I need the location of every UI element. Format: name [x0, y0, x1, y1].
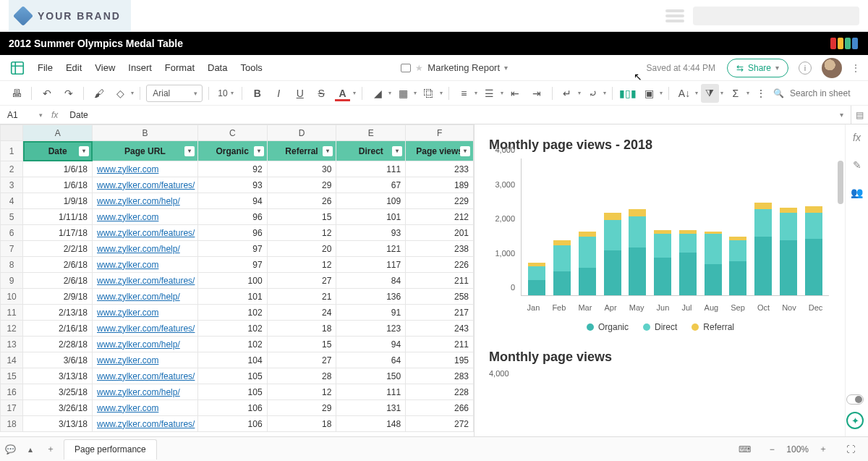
- table-row[interactable]: 163/25/18www.zylker.com/help/10512111228: [1, 384, 474, 400]
- url-link[interactable]: www.zylker.com/features/: [97, 323, 195, 334]
- cell-organic[interactable]: 100: [197, 273, 267, 289]
- header-cell-organic[interactable]: Organic▾: [197, 141, 267, 161]
- row-number[interactable]: 3: [1, 177, 23, 193]
- table-row[interactable]: 51/11/18www.zylker.com9615101212: [1, 209, 474, 225]
- url-link[interactable]: www.zylker.com/help/: [97, 196, 180, 206]
- cell-date[interactable]: 2/2/18: [23, 241, 93, 257]
- col-header[interactable]: F: [406, 125, 474, 141]
- sort-icon[interactable]: A↓: [675, 84, 693, 103]
- cell-organic[interactable]: 102: [197, 305, 267, 321]
- cell-referral[interactable]: 29: [267, 177, 336, 193]
- cell-direct[interactable]: 101: [336, 209, 406, 225]
- table-row[interactable]: 31/6/18www.zylker.com/features/932967189: [1, 177, 474, 193]
- cell-views[interactable]: 211: [406, 273, 474, 289]
- cell-views[interactable]: 272: [406, 416, 474, 432]
- cell-direct[interactable]: 131: [336, 400, 406, 416]
- comments-icon[interactable]: ✎: [850, 158, 864, 172]
- cell-views[interactable]: 266: [406, 400, 474, 416]
- cell-referral[interactable]: 24: [267, 305, 336, 321]
- cell-referral[interactable]: 12: [267, 257, 336, 273]
- name-box[interactable]: A1: [0, 110, 35, 120]
- undo-icon[interactable]: ↶: [38, 84, 56, 103]
- cell-referral[interactable]: 21: [267, 289, 336, 305]
- filter-caret-icon[interactable]: ▾: [184, 146, 195, 156]
- cell-organic[interactable]: 102: [197, 337, 267, 352]
- fx-panel-icon[interactable]: fx: [850, 130, 864, 145]
- cell-referral[interactable]: 18: [267, 321, 336, 337]
- more-icon[interactable]: ⋮: [851, 62, 861, 74]
- row-number[interactable]: 8: [1, 257, 23, 273]
- zoom-out-button[interactable]: −: [762, 439, 782, 460]
- row-number[interactable]: 17: [1, 400, 23, 416]
- url-link[interactable]: www.zylker.com: [97, 260, 158, 270]
- col-header[interactable]: B: [93, 125, 198, 141]
- cell-referral[interactable]: 28: [267, 368, 336, 384]
- filter-caret-icon[interactable]: ▾: [254, 146, 264, 156]
- url-link[interactable]: www.zylker.com/features/: [97, 228, 195, 238]
- merge-button[interactable]: ⿻: [420, 84, 438, 103]
- cell-url[interactable]: www.zylker.com: [93, 352, 198, 368]
- menu-edit[interactable]: Edit: [66, 62, 82, 73]
- sheet-tab[interactable]: Page performance: [64, 439, 157, 460]
- table-row[interactable]: 132/28/18www.zylker.com/help/1021594211: [1, 337, 474, 352]
- cell-direct[interactable]: 111: [336, 161, 406, 177]
- cell-date[interactable]: 2/28/18: [23, 337, 93, 352]
- cell-date[interactable]: 2/6/18: [23, 273, 93, 289]
- row-number[interactable]: 4: [1, 193, 23, 209]
- cell-referral[interactable]: 27: [267, 352, 336, 368]
- cell-date[interactable]: 2/13/18: [23, 305, 93, 321]
- cell-organic[interactable]: 94: [197, 193, 267, 209]
- cell-direct[interactable]: 150: [336, 368, 406, 384]
- url-link[interactable]: www.zylker.com/help/: [97, 339, 180, 350]
- filter-caret-icon[interactable]: ▾: [460, 146, 470, 156]
- cell-organic[interactable]: 93: [197, 177, 267, 193]
- add-sheet-button[interactable]: ＋: [41, 439, 61, 460]
- cell-referral[interactable]: 26: [267, 193, 336, 209]
- cell-organic[interactable]: 96: [197, 225, 267, 241]
- cell-views[interactable]: 283: [406, 368, 474, 384]
- cell-organic[interactable]: 97: [197, 241, 267, 257]
- url-link[interactable]: www.zylker.com/features/: [97, 371, 195, 381]
- header-cell-views[interactable]: Page views▾: [406, 141, 474, 161]
- cell-date[interactable]: 2/9/18: [23, 289, 93, 305]
- search-input[interactable]: [788, 88, 861, 99]
- url-link[interactable]: www.zylker.com/features/: [97, 180, 195, 190]
- print-icon[interactable]: 🖶: [7, 84, 25, 103]
- image-icon[interactable]: ▣: [640, 84, 658, 103]
- cell-direct[interactable]: 136: [336, 289, 406, 305]
- clear-format-icon[interactable]: ◇: [111, 84, 129, 103]
- font-select[interactable]: Arial: [146, 85, 203, 102]
- comments-button[interactable]: 💬: [0, 439, 20, 460]
- cell-views[interactable]: 229: [406, 193, 474, 209]
- cell-referral[interactable]: 27: [267, 273, 336, 289]
- filter-caret-icon[interactable]: ▾: [323, 146, 333, 156]
- row-number[interactable]: 16: [1, 384, 23, 400]
- rotate-button[interactable]: ⤾: [584, 84, 602, 103]
- sheets-list-button[interactable]: ▴: [20, 439, 41, 460]
- info-icon[interactable]: i: [799, 62, 812, 75]
- formula-input[interactable]: Date: [62, 110, 88, 120]
- cell-url[interactable]: www.zylker.com: [93, 257, 198, 273]
- table-row[interactable]: 61/17/18www.zylker.com/features/96129320…: [1, 225, 474, 241]
- url-link[interactable]: www.zylker.com/help/: [97, 292, 180, 302]
- row-number[interactable]: 14: [1, 352, 23, 368]
- row-number[interactable]: 15: [1, 368, 23, 384]
- cell-referral[interactable]: 30: [267, 161, 336, 177]
- row-number[interactable]: 18: [1, 416, 23, 432]
- table-row[interactable]: 112/13/18www.zylker.com1022491217: [1, 305, 474, 321]
- filter-caret-icon[interactable]: ▾: [392, 146, 402, 156]
- indent-decrease-button[interactable]: ⇤: [506, 84, 524, 103]
- format-painter-icon[interactable]: 🖌: [90, 84, 108, 103]
- cell-direct[interactable]: 84: [336, 273, 406, 289]
- cell-views[interactable]: 243: [406, 321, 474, 337]
- fullscreen-icon[interactable]: ⛶: [841, 439, 861, 460]
- cell-organic[interactable]: 101: [197, 289, 267, 305]
- url-link[interactable]: www.zylker.com/help/: [97, 387, 180, 397]
- menu-tools[interactable]: Tools: [240, 62, 262, 73]
- cell-date[interactable]: 2/16/18: [23, 321, 93, 337]
- cell-views[interactable]: 238: [406, 241, 474, 257]
- keyboard-icon[interactable]: ⌨: [734, 439, 754, 460]
- cell-url[interactable]: www.zylker.com: [93, 305, 198, 321]
- cell-direct[interactable]: 109: [336, 193, 406, 209]
- cell-organic[interactable]: 102: [197, 321, 267, 337]
